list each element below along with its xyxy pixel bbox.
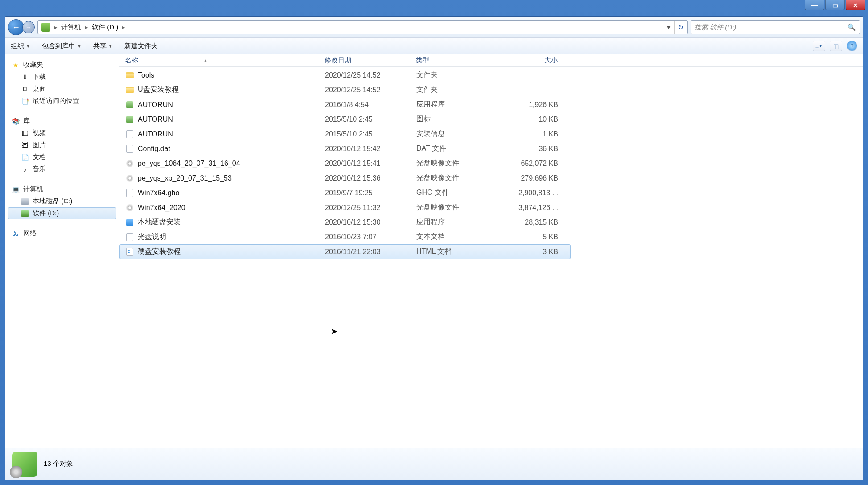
file-name: AUTORUN <box>138 130 173 138</box>
sidebar-item-music[interactable]: ♪音乐 <box>8 163 116 175</box>
file-name: AUTORUN <box>138 115 173 123</box>
network-icon: 🖧 <box>12 230 20 238</box>
chevron-down-icon: ▼ <box>108 44 113 49</box>
file-row[interactable]: U盘安装教程2020/12/25 14:52文件夹 <box>119 82 863 97</box>
breadcrumb-computer[interactable]: 计算机 <box>58 21 84 33</box>
breadcrumb-current[interactable]: 软件 (D:) <box>89 21 121 33</box>
file-row[interactable]: 光盘说明2016/10/23 7:07文本文档5 KB <box>119 230 863 244</box>
file-row[interactable]: 本地硬盘安装2020/10/12 15:30应用程序28,315 KB <box>119 215 863 230</box>
new-folder-button[interactable]: 新建文件夹 <box>124 42 158 50</box>
search-input[interactable]: 搜索 软件 (D:) 🔍 <box>691 20 860 34</box>
file-row[interactable]: Win7x64_20202020/12/25 11:32光盘映像文件3,874,… <box>119 200 863 215</box>
minimize-button[interactable]: — <box>805 0 824 10</box>
sidebar-item-pictures[interactable]: 🖼图片 <box>8 139 116 151</box>
file-row[interactable]: Win7x64.gho2019/9/7 19:25GHO 文件2,900,813… <box>119 185 863 200</box>
iso-icon <box>125 159 134 168</box>
chevron-down-icon: ▼ <box>26 44 30 49</box>
video-icon: 🎞 <box>21 129 29 137</box>
library-icon: 📚 <box>12 117 20 125</box>
sidebar-item-drive-d[interactable]: 软件 (D:) <box>8 207 116 219</box>
sidebar-item-recent[interactable]: 📑最近访问的位置 <box>8 95 116 107</box>
file-name: 光盘说明 <box>138 232 166 242</box>
file-name: Tools <box>138 71 154 79</box>
file-type: 光盘映像文件 <box>416 159 506 168</box>
sidebar-computer-header[interactable]: 💻计算机 <box>8 183 116 195</box>
maximize-button[interactable]: ▭ <box>825 0 845 10</box>
file-size: 1 KB <box>506 130 564 138</box>
file-size: 1,926 KB <box>506 101 564 109</box>
sidebar-libraries-header[interactable]: 📚库 <box>8 115 116 127</box>
explorer-window: — ▭ ✕ ← → ▸ 计算机 ▸ 软件 (D:) ▸ ▾ ↻ 搜 <box>0 0 868 485</box>
column-headers: 名称▲ 修改日期 类型 大小 <box>119 54 863 67</box>
preview-pane-button[interactable]: ◫ <box>830 41 842 51</box>
file-date: 2020/10/12 15:36 <box>325 174 416 182</box>
back-button[interactable]: ← <box>8 19 24 35</box>
file-row[interactable]: AUTORUN2015/5/10 2:45安装信息1 KB <box>119 127 863 141</box>
file-date: 2015/5/10 2:45 <box>325 115 416 123</box>
file-row[interactable]: Config.dat2020/10/12 15:42DAT 文件36 KB <box>119 141 863 156</box>
file-date: 2016/1/8 4:54 <box>325 101 416 109</box>
column-size[interactable]: 大小 <box>505 56 563 65</box>
file-size: 5 KB <box>506 233 564 241</box>
file-list[interactable]: Tools2020/12/25 14:52文件夹U盘安装教程2020/12/25… <box>119 67 863 448</box>
file-row[interactable]: Tools2020/12/25 14:52文件夹 <box>119 68 863 82</box>
sidebar-favorites-header[interactable]: ★收藏夹 <box>8 59 116 71</box>
file-type: 图标 <box>416 115 506 124</box>
file-date: 2015/5/10 2:45 <box>325 130 416 138</box>
file-date: 2020/10/12 15:42 <box>325 145 416 153</box>
window-controls: — ▭ ✕ <box>805 0 865 10</box>
column-type[interactable]: 类型 <box>416 56 505 65</box>
file-row[interactable]: AUTORUN2015/5/10 2:45图标10 KB <box>119 112 863 127</box>
file-row[interactable]: AUTORUN2016/1/8 4:54应用程序1,926 KB <box>119 97 863 112</box>
exe-icon <box>125 100 134 109</box>
address-bar[interactable]: ▸ 计算机 ▸ 软件 (D:) ▸ ▾ ↻ <box>37 20 688 34</box>
sidebar-favorites: ★收藏夹 ⬇下载 🖥桌面 📑最近访问的位置 <box>8 59 116 107</box>
column-date[interactable]: 修改日期 <box>325 56 416 65</box>
chevron-right-icon: ▸ <box>121 23 126 31</box>
iso-icon <box>125 203 134 212</box>
content-area: ★收藏夹 ⬇下载 🖥桌面 📑最近访问的位置 📚库 🎞视频 🖼图片 📄文档 ♪音乐… <box>5 54 863 448</box>
computer-icon: 💻 <box>12 185 20 193</box>
chevron-down-icon: ▼ <box>77 44 82 49</box>
sidebar-item-desktop[interactable]: 🖥桌面 <box>8 83 116 95</box>
sidebar-item-documents[interactable]: 📄文档 <box>8 151 116 163</box>
inf-icon <box>125 130 134 139</box>
column-name[interactable]: 名称▲ <box>119 56 325 65</box>
help-button[interactable]: ? <box>847 41 857 51</box>
drive-large-icon <box>12 452 37 477</box>
sidebar-item-drive-c[interactable]: 本地磁盘 (C:) <box>8 195 116 207</box>
file-row[interactable]: pe_yqs_1064_20_07_31_16_042020/10/12 15:… <box>119 156 863 171</box>
forward-button[interactable]: → <box>22 21 35 33</box>
music-icon: ♪ <box>21 165 29 173</box>
file-row[interactable]: 硬盘安装教程2016/11/21 22:03HTML 文档3 KB <box>119 244 571 259</box>
refresh-button[interactable]: ↻ <box>674 21 687 34</box>
include-menu[interactable]: 包含到库中▼ <box>42 42 82 50</box>
sidebar-item-downloads[interactable]: ⬇下载 <box>8 71 116 83</box>
file-date: 2016/11/21 22:03 <box>325 248 416 256</box>
file-size: 10 KB <box>506 115 564 123</box>
sidebar-item-videos[interactable]: 🎞视频 <box>8 127 116 139</box>
star-icon: ★ <box>12 61 20 69</box>
window-inner: ← → ▸ 计算机 ▸ 软件 (D:) ▸ ▾ ↻ 搜索 软件 (D:) 🔍 <box>5 16 863 480</box>
file-type: GHO 文件 <box>416 188 506 197</box>
desktop-icon: 🖥 <box>21 85 29 93</box>
file-type: HTML 文档 <box>416 247 506 256</box>
share-menu[interactable]: 共享▼ <box>93 42 113 50</box>
file-row[interactable]: pe_yqs_xp_20_07_31_15_532020/10/12 15:36… <box>119 171 863 185</box>
sidebar-network-header[interactable]: 🖧网络 <box>8 227 116 239</box>
close-button[interactable]: ✕ <box>846 0 865 10</box>
file-type: 文件夹 <box>416 85 506 95</box>
file-size: 652,072 KB <box>506 160 564 168</box>
txt-icon <box>125 233 134 242</box>
file-date: 2020/12/25 14:52 <box>325 86 416 94</box>
view-mode-button[interactable]: ≡ ▼ <box>813 41 825 51</box>
file-date: 2020/10/12 15:41 <box>325 160 416 168</box>
toolbar: 组织▼ 包含到库中▼ 共享▼ 新建文件夹 ≡ ▼ ◫ ? <box>5 38 863 54</box>
file-type: 安装信息 <box>416 129 506 139</box>
address-dropdown[interactable]: ▾ <box>663 23 674 31</box>
status-bar: 13 个对象 <box>5 448 863 480</box>
folder-icon <box>125 71 134 80</box>
file-date: 2020/10/12 15:30 <box>325 218 416 226</box>
organize-menu[interactable]: 组织▼ <box>11 42 30 50</box>
sidebar-computer: 💻计算机 本地磁盘 (C:) 软件 (D:) <box>8 183 116 219</box>
